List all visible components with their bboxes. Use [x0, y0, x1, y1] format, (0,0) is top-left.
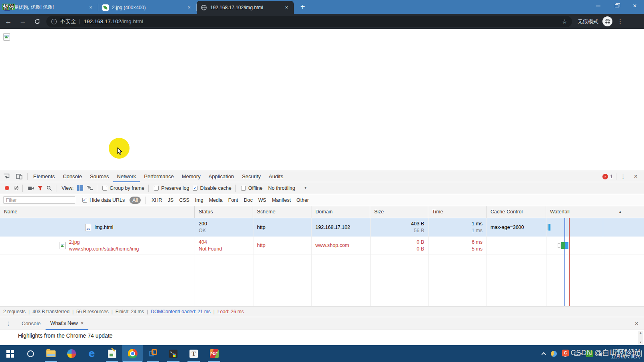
- throttling-dropdown[interactable]: No throttling: [268, 185, 307, 191]
- tab-close-icon[interactable]: [283, 4, 290, 11]
- devtools-tab-sources[interactable]: Sources: [86, 171, 113, 182]
- taskbar-clock[interactable]: 06-08 17:24 五月初六 周六: [611, 348, 640, 359]
- offline-checkbox[interactable]: Offline: [241, 185, 263, 191]
- devtools-tab-memory[interactable]: Memory: [178, 171, 205, 182]
- drawer-tab-console[interactable]: Console: [17, 317, 46, 330]
- file-explorer-button[interactable]: [41, 345, 61, 362]
- updater-tray-button[interactable]: [586, 350, 593, 357]
- tab-close-icon[interactable]: [88, 4, 94, 11]
- tray-expand-button[interactable]: [542, 351, 545, 356]
- show-overview-button[interactable]: [87, 185, 93, 191]
- network-row-2jpg[interactable]: 2.jpg www.shop.com/static/home/img 404 N…: [0, 237, 644, 255]
- edge-button[interactable]: e: [82, 345, 102, 362]
- filter-type-media[interactable]: Media: [209, 197, 223, 203]
- pdf-app-button[interactable]: PDF: [204, 345, 224, 362]
- bookmark-star-icon[interactable]: [562, 18, 567, 25]
- messenger-tray-button[interactable]: [551, 351, 557, 357]
- browser-tab-2jpg[interactable]: 2.jpg (400×400): [98, 1, 196, 14]
- browser-menu-icon[interactable]: [617, 18, 623, 25]
- disable-cache-checkbox[interactable]: Disable cache: [193, 185, 231, 191]
- column-header-cache-control[interactable]: Cache-Control: [486, 206, 546, 218]
- preserve-log-checkbox[interactable]: Preserve log: [154, 185, 189, 191]
- devtools-tab-security[interactable]: Security: [238, 171, 265, 182]
- inspect-element-button[interactable]: [0, 171, 13, 182]
- filter-type-xhr[interactable]: XHR: [152, 197, 162, 203]
- devtools-menu-icon[interactable]: [616, 173, 630, 180]
- column-divider[interactable]: [311, 218, 312, 306]
- device-toolbar-button[interactable]: [13, 171, 26, 182]
- filter-type-css[interactable]: CSS: [179, 197, 189, 203]
- drawer-tab-whats-new[interactable]: What's New: [46, 317, 89, 330]
- drawer-menu-icon[interactable]: [0, 320, 17, 327]
- filter-type-img[interactable]: Img: [195, 197, 203, 203]
- chrome-button[interactable]: [122, 345, 143, 362]
- filter-type-doc[interactable]: Doc: [244, 197, 253, 203]
- devtools-tab-application[interactable]: Application: [205, 171, 238, 182]
- filter-type-font[interactable]: Font: [228, 197, 238, 203]
- column-divider[interactable]: [486, 218, 487, 306]
- incognito-avatar[interactable]: [602, 16, 612, 26]
- column-divider[interactable]: [195, 218, 195, 306]
- restore-button[interactable]: [607, 0, 626, 12]
- power-tray-button[interactable]: [574, 352, 580, 356]
- column-divider[interactable]: [428, 218, 429, 306]
- column-header-time[interactable]: Time: [428, 206, 486, 218]
- drawer-scrollbar[interactable]: ▲▼: [638, 331, 643, 344]
- scroll-up-icon[interactable]: ▲: [639, 331, 642, 335]
- search-button[interactable]: [46, 185, 52, 191]
- display-tray-button[interactable]: [562, 352, 568, 356]
- devtools-tab-performance[interactable]: Performance: [140, 171, 177, 182]
- filter-type-all-selected[interactable]: All: [130, 197, 141, 204]
- hide-data-urls-checkbox[interactable]: Hide data URLs: [82, 197, 125, 203]
- browser-tab-pinyougou[interactable]: 暂停 品优购, 优质! 优质!: [0, 1, 98, 14]
- console-error-count[interactable]: 1: [610, 174, 613, 179]
- capture-screenshots-button[interactable]: [28, 186, 34, 191]
- cortana-button[interactable]: [20, 345, 41, 362]
- column-header-status[interactable]: Status: [195, 206, 253, 218]
- column-header-scheme[interactable]: Scheme: [253, 206, 311, 218]
- forward-button[interactable]: [17, 16, 29, 28]
- console-error-icon[interactable]: [602, 174, 608, 179]
- close-drawer-tab-icon[interactable]: [81, 317, 84, 330]
- filter-type-ws[interactable]: WS: [258, 197, 266, 203]
- typora-button[interactable]: T: [183, 345, 204, 362]
- column-divider[interactable]: [370, 218, 371, 306]
- new-tab-button[interactable]: [297, 2, 308, 13]
- column-header-domain[interactable]: Domain: [311, 206, 370, 218]
- clear-network-log-button[interactable]: [14, 186, 18, 190]
- image-editor-button[interactable]: [102, 345, 122, 362]
- close-window-button[interactable]: [626, 0, 644, 12]
- devtools-tab-network[interactable]: Network: [113, 171, 140, 182]
- minimize-button[interactable]: [589, 0, 607, 12]
- vmware-button[interactable]: [143, 345, 163, 362]
- filter-type-other[interactable]: Other: [296, 197, 309, 203]
- back-button ic-back[interactable]: [2, 16, 14, 28]
- group-by-frame-checkbox[interactable]: Group by frame: [102, 185, 144, 191]
- drawer-close-icon[interactable]: [629, 320, 644, 327]
- column-divider[interactable]: [546, 218, 546, 306]
- filter-type-js[interactable]: JS: [168, 197, 174, 203]
- reload-button[interactable]: [31, 16, 43, 28]
- filter-button[interactable]: [38, 186, 43, 191]
- devtools-tab-console[interactable]: Console: [59, 171, 86, 182]
- broken-image-icon[interactable]: [3, 33, 10, 41]
- column-header-name[interactable]: Name: [0, 206, 195, 218]
- record-network-log-button[interactable]: [5, 186, 9, 190]
- network-filter-input[interactable]: [3, 196, 75, 204]
- media-app-button[interactable]: [61, 345, 82, 362]
- column-divider[interactable]: [253, 218, 253, 306]
- browser-tab-imghtml-active[interactable]: 192.168.17.102/img.html: [197, 1, 294, 14]
- devtools-tab-audits[interactable]: Audits: [265, 171, 287, 182]
- filter-type-manifest[interactable]: Manifest: [272, 197, 291, 203]
- address-bar[interactable]: 不安全 192.168.17.102 /img.html: [46, 16, 572, 27]
- page-info-icon[interactable]: [51, 19, 57, 24]
- scroll-down-icon[interactable]: ▼: [639, 340, 642, 344]
- devtools-close-icon[interactable]: [630, 173, 642, 180]
- volume-tray-button[interactable]: [598, 351, 606, 356]
- tab-close-icon[interactable]: [186, 4, 192, 11]
- column-header-size[interactable]: Size: [370, 206, 428, 218]
- column-header-waterfall[interactable]: Waterfall: [546, 206, 644, 218]
- use-request-rows-button[interactable]: [77, 185, 83, 191]
- terminal-app-button[interactable]: [163, 345, 183, 362]
- start-button[interactable]: [0, 345, 20, 362]
